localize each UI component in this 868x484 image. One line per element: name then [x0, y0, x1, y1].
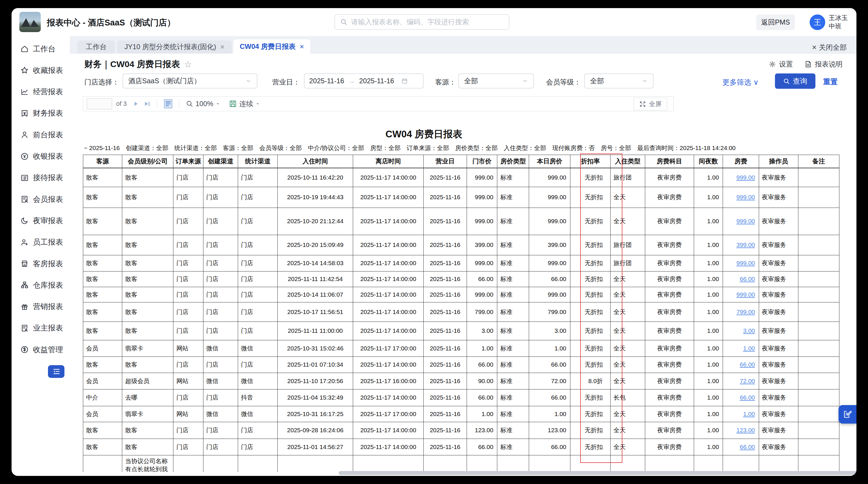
table-cell: 1.00: [694, 187, 723, 207]
table-cell: 翡翠卡: [122, 406, 174, 422]
sidebar-item-3[interactable]: 经营报表: [11, 83, 70, 101]
table-cell: 799.00: [529, 302, 570, 321]
room-fee-link[interactable]: 66.00: [740, 361, 755, 368]
guest-source-select[interactable]: 全部: [458, 74, 534, 88]
table-row: 散客散客门店门店门店2025-10-19 19:44:432025-11-17 …: [83, 187, 839, 207]
store-select[interactable]: 酒店SaaS（测试门店）: [123, 74, 257, 88]
table-cell: 2025-11-16: [424, 187, 467, 207]
report-actions: 设置 报表说明: [769, 60, 843, 69]
feedback-edit-button[interactable]: [839, 405, 857, 424]
room-fee-link[interactable]: 66.00: [740, 394, 755, 401]
table-cell: 门店: [238, 438, 277, 455]
table-cell: [798, 357, 839, 373]
table-row: 散客散客门店门店门店2025-11-11 11:00:002025-11-17 …: [83, 321, 839, 340]
room-fee-link[interactable]: 999.00: [737, 218, 755, 224]
table-cell: 2025-09-28 16:24:06: [278, 422, 353, 438]
room-fee-link[interactable]: 399.00: [737, 241, 755, 248]
reset-button[interactable]: 重置: [823, 77, 838, 86]
close-all-tabs-button[interactable]: × 关闭全部: [812, 43, 847, 52]
tab-1[interactable]: 工作台: [78, 40, 115, 53]
sidebar-item-6[interactable]: 收银报表: [11, 147, 70, 165]
table-cell: 超级会员: [122, 373, 174, 389]
avatar[interactable]: 王: [810, 15, 825, 30]
room-fee-link[interactable]: 72.00: [740, 378, 755, 384]
page-number-input[interactable]: [87, 98, 112, 109]
table-cell: [645, 455, 694, 472]
table-cell: 标准: [497, 302, 529, 321]
report-info-button[interactable]: 报表说明: [804, 60, 843, 69]
back-to-pms-button[interactable]: 返回PMS: [756, 15, 795, 30]
room-fee-link[interactable]: 3.00: [743, 327, 755, 334]
sidebar-item-4[interactable]: 财务报表: [11, 104, 70, 122]
table-cell: [798, 168, 839, 187]
view-mode-control[interactable]: 连续: [229, 99, 260, 108]
business-date-label: 营业日：: [272, 78, 300, 87]
table-cell: 2025-11-17 16:00:00: [353, 373, 424, 389]
table-cell: [759, 455, 798, 472]
sidebar-collapse-button[interactable]: [48, 365, 64, 378]
column-header: 备注: [798, 155, 839, 168]
business-date-range[interactable]: 2025-11-16 → 2025-11-16: [304, 74, 424, 88]
room-fee-link[interactable]: 66.00: [740, 276, 755, 282]
room-fee-link[interactable]: 999.00: [737, 194, 755, 200]
sidebar-item-7[interactable]: 接待报表: [11, 169, 70, 187]
sidebar-item-8[interactable]: 会员报表: [11, 190, 70, 208]
global-search-input[interactable]: 请输入报表名称、编码、字段进行搜索: [334, 14, 509, 30]
table-cell: 1.00: [694, 422, 723, 438]
fullscreen-button[interactable]: 全屏: [634, 98, 667, 110]
table-cell: 标准: [497, 406, 529, 422]
room-fee-link[interactable]: 1.00: [743, 345, 755, 351]
table-cell: 散客: [83, 321, 122, 340]
table-cell: 标准: [497, 287, 529, 302]
room-fee-link[interactable]: 799.00: [737, 309, 755, 315]
tab-close-icon[interactable]: ×: [300, 43, 304, 50]
sidebar-item-11[interactable]: 客房报表: [11, 255, 70, 273]
room-fee-link[interactable]: 66.00: [740, 444, 755, 450]
page-layout-button[interactable]: [163, 99, 173, 109]
room-fee-link[interactable]: 999.00: [737, 291, 755, 298]
table-cell: 散客: [83, 168, 122, 187]
sidebar-item-label: 业主报表: [33, 323, 63, 333]
room-fee-link[interactable]: 999.00: [737, 260, 755, 266]
table-cell: 门店: [203, 357, 238, 373]
save-disk-icon: [229, 100, 237, 108]
column-header: 入住类型: [611, 155, 645, 168]
table-row: 散客散客门店门店门店2025-10-17 11:56:512025-11-17 …: [83, 302, 839, 321]
room-fee-link[interactable]: 123.00: [737, 427, 755, 433]
room-fee-link[interactable]: 1.00: [743, 410, 755, 417]
query-label: 查询: [793, 76, 807, 86]
horizontal-scrollbar-thumb[interactable]: [339, 471, 857, 475]
zoom-control[interactable]: 100%: [186, 100, 220, 108]
sidebar-item-9[interactable]: 夜审报表: [11, 211, 70, 230]
sidebar-item-1[interactable]: 工作台: [11, 40, 70, 58]
next-page-icon: [133, 101, 139, 107]
table-cell: 全天: [611, 406, 645, 422]
sidebar-item-12[interactable]: 仓库报表: [11, 276, 70, 294]
date-from-value: 2025-11-16: [309, 77, 344, 85]
tab-close-icon[interactable]: ×: [220, 43, 224, 51]
member-level-select[interactable]: 全部: [584, 74, 654, 88]
favorite-star-icon[interactable]: ☆: [184, 59, 192, 69]
table-cell: 夜审服务: [759, 235, 798, 255]
last-page-button[interactable]: [144, 101, 151, 107]
sidebar-item-15[interactable]: 收益管理: [11, 341, 70, 359]
sidebar-item-5[interactable]: 前台报表: [11, 126, 70, 144]
table-cell: 旅行团: [611, 235, 645, 255]
table-cell: 2025-11-16: [424, 340, 467, 357]
tab-2[interactable]: JY10 房型分类统计报表(固化)×: [117, 40, 232, 53]
sidebar-item-10[interactable]: 员工报表: [11, 233, 70, 251]
query-button[interactable]: 查询: [775, 74, 815, 89]
report-table-head: 客源会员级别/公司订单来源创建渠道统计渠道入住时间离店时间营业日门市价房价类型本…: [83, 155, 839, 168]
sidebar-item-2[interactable]: 收藏报表: [11, 61, 70, 79]
sidebar-item-13[interactable]: 营销报表: [11, 298, 70, 316]
tab-3[interactable]: CW04 房费日报表×: [234, 39, 310, 54]
more-filters-button[interactable]: 更多筛选 ∨: [722, 78, 758, 87]
settings-button[interactable]: 设置: [769, 60, 793, 69]
table-cell: 2025-11-11 11:42:54: [278, 271, 353, 287]
room-fee-link[interactable]: 999.00: [737, 174, 755, 181]
sidebar-item-14[interactable]: 业主报表: [11, 319, 70, 337]
table-cell: 2025-11-16: [424, 287, 467, 302]
next-page-button[interactable]: [133, 101, 139, 107]
table-cell: 散客: [83, 302, 122, 321]
table-cell: [798, 235, 839, 255]
